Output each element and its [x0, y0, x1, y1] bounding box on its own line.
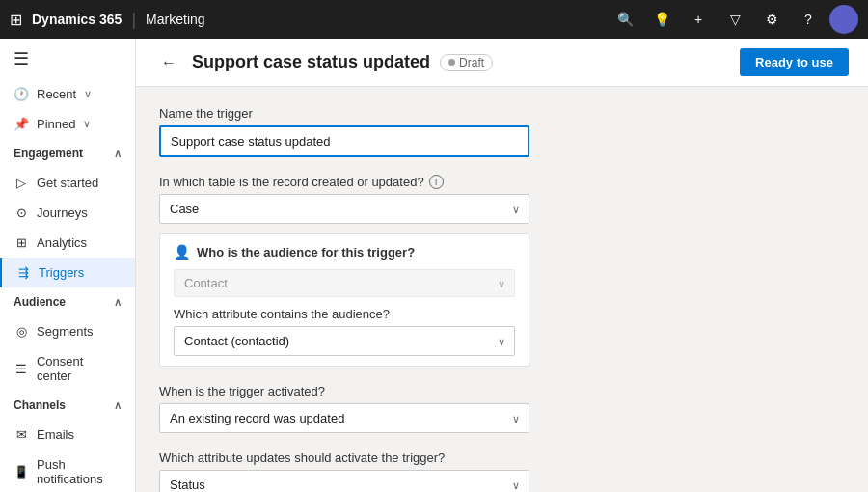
sidebar-item-triggers[interactable]: ⇶ Triggers — [0, 258, 135, 287]
table-info-icon[interactable]: i — [429, 175, 444, 189]
channels-chevron: ∧ — [114, 399, 122, 412]
which-attribute-label: Which attribute updates should activate … — [159, 451, 845, 465]
engagement-section-header[interactable]: Engagement ∧ — [0, 139, 135, 168]
grid-icon[interactable]: ⊞ — [10, 11, 22, 29]
attribute-audience-group: Which attribute contains the audience? C… — [174, 307, 515, 356]
consent-icon: ☰ — [14, 362, 29, 376]
engagement-chevron: ∧ — [114, 148, 122, 160]
emails-icon: ✉ — [14, 427, 29, 442]
when-label: When is the trigger activated? — [159, 384, 845, 398]
back-button[interactable]: ← — [155, 49, 182, 76]
hamburger-icon[interactable]: ☰ — [0, 39, 135, 79]
pinned-label: Pinned — [37, 117, 75, 131]
triggers-icon: ⇶ — [15, 265, 31, 280]
audience-select-wrapper: Contact ∨ — [174, 269, 515, 297]
draft-badge: Draft — [440, 54, 493, 71]
pinned-chevron: ∨ — [83, 118, 91, 130]
sidebar-item-consent-center[interactable]: ☰ Consent center — [0, 346, 135, 391]
attribute-select[interactable]: Contact (contactid) — [174, 326, 515, 356]
page-title: Support case status updated — [192, 52, 430, 72]
filter-icon[interactable]: ▽ — [719, 4, 750, 35]
audience-select: Contact — [174, 269, 515, 297]
sidebar-item-journeys[interactable]: ⊙ Journeys — [0, 198, 135, 228]
nav-divider: | — [131, 10, 136, 30]
sidebar-item-segments[interactable]: ◎ Segments — [0, 316, 135, 346]
when-group: When is the trigger activated? An existi… — [159, 384, 845, 433]
nav-icons: 🔍 💡 + ▽ ⚙ ? — [610, 4, 858, 35]
attribute-select-wrapper: Contact (contactid) ∨ — [174, 326, 515, 356]
engagement-label: Engagement — [14, 147, 83, 160]
get-started-label: Get started — [37, 176, 98, 190]
audience-box: 👤 Who is the audience for this trigger? … — [159, 233, 529, 367]
name-trigger-label: Name the trigger — [159, 106, 845, 121]
audience-header-text: Who is the audience for this trigger? — [197, 245, 415, 260]
push-label: Push notifications — [37, 457, 122, 486]
which-attribute-select-wrapper: Status ∨ — [159, 470, 529, 492]
channels-section-header[interactable]: Channels ∧ — [0, 391, 135, 420]
lightbulb-icon[interactable]: 💡 — [646, 4, 677, 35]
audience-person-icon: 👤 — [174, 244, 190, 260]
help-icon[interactable]: ? — [793, 4, 824, 35]
draft-dot — [448, 59, 455, 66]
analytics-label: Analytics — [37, 235, 87, 250]
recent-icon: 🕐 — [14, 87, 29, 101]
channels-section-label: Channels — [14, 398, 66, 412]
segments-icon: ◎ — [14, 324, 29, 339]
audience-chevron: ∧ — [114, 296, 122, 309]
audience-section-label: Audience — [14, 295, 66, 309]
header-left: ← Support case status updated Draft — [155, 49, 493, 76]
sidebar-item-analytics[interactable]: ⊞ Analytics — [0, 228, 135, 258]
name-trigger-group: Name the trigger — [159, 106, 845, 157]
settings-icon[interactable]: ⚙ — [756, 4, 787, 35]
sidebar-item-recent[interactable]: 🕐 Recent ∨ — [0, 79, 135, 109]
journeys-icon: ⊙ — [14, 205, 29, 220]
table-group: In which table is the record created or … — [159, 175, 845, 367]
search-icon[interactable]: 🔍 — [610, 4, 640, 35]
draft-label: Draft — [459, 56, 484, 69]
sidebar-item-get-started[interactable]: ▷ Get started — [0, 168, 135, 198]
analytics-icon: ⊞ — [14, 235, 29, 250]
table-select-wrapper: Case ∨ — [159, 194, 529, 224]
sidebar-item-pinned[interactable]: 📌 Pinned ∨ — [0, 109, 135, 139]
top-nav: ⊞ Dynamics 365 | Marketing 🔍 💡 + ▽ ⚙ ? — [0, 0, 868, 39]
audience-section-header[interactable]: Audience ∧ — [0, 287, 135, 316]
segments-label: Segments — [37, 324, 94, 339]
attribute-audience-label: Which attribute contains the audience? — [174, 307, 515, 321]
add-icon[interactable]: + — [683, 4, 714, 35]
brand-name: Dynamics 365 — [32, 12, 122, 27]
consent-label: Consent center — [37, 354, 122, 383]
recent-chevron: ∨ — [84, 88, 92, 100]
emails-label: Emails — [37, 427, 74, 442]
name-trigger-input[interactable] — [159, 125, 529, 157]
module-name: Marketing — [146, 12, 204, 27]
when-select-wrapper: An existing record was updated ∨ — [159, 403, 529, 433]
content-header: ← Support case status updated Draft Read… — [136, 39, 868, 87]
main-layout: ☰ 🕐 Recent ∨ 📌 Pinned ∨ Engagement ∧ ▷ G… — [0, 39, 868, 492]
journeys-label: Journeys — [37, 205, 88, 220]
pin-icon: 📌 — [14, 117, 29, 131]
sidebar-item-push-notifications[interactable]: 📱 Push notifications — [0, 450, 135, 492]
form-area: Name the trigger In which table is the r… — [136, 87, 868, 492]
sidebar: ☰ 🕐 Recent ∨ 📌 Pinned ∨ Engagement ∧ ▷ G… — [0, 39, 136, 492]
get-started-icon: ▷ — [14, 176, 29, 190]
push-icon: 📱 — [14, 465, 29, 479]
sidebar-item-emails[interactable]: ✉ Emails — [0, 420, 135, 450]
triggers-label: Triggers — [39, 265, 84, 280]
audience-box-header: 👤 Who is the audience for this trigger? — [174, 244, 515, 260]
which-attribute-select[interactable]: Status — [159, 470, 529, 492]
user-avatar[interactable] — [829, 5, 858, 34]
content-area: ← Support case status updated Draft Read… — [136, 39, 868, 492]
which-attribute-group: Which attribute updates should activate … — [159, 451, 845, 492]
brand-logo: Dynamics 365 — [32, 12, 122, 27]
table-select[interactable]: Case — [159, 194, 529, 224]
ready-to-use-button[interactable]: Ready to use — [740, 48, 849, 76]
table-label: In which table is the record created or … — [159, 175, 845, 189]
recent-label: Recent — [37, 87, 76, 101]
when-select[interactable]: An existing record was updated — [159, 403, 529, 433]
